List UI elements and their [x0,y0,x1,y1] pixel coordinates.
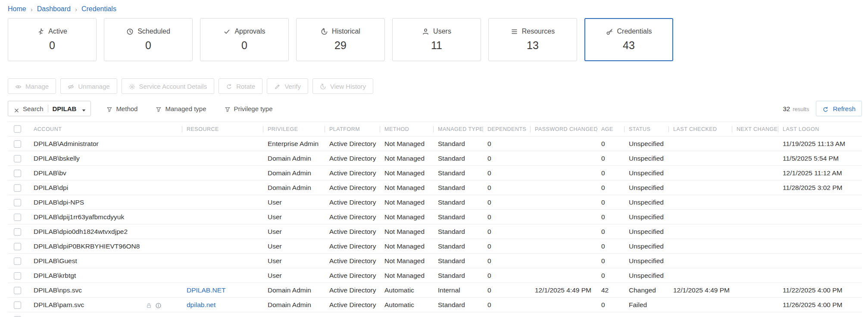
table-row[interactable]: DPILAB\dpi-NPSUserActive DirectoryNot Ma… [8,195,862,210]
column-header-dependents[interactable]: DEPENDENTS [487,122,535,137]
select-all-checkbox[interactable] [14,125,21,133]
info-icon[interactable] [155,301,162,308]
table-row[interactable]: DPILAB\nps.svcDPILAB.NETDomain AdminActi… [8,283,862,298]
eye-icon [15,82,22,90]
column-header-resource[interactable]: RESOURCE [187,122,268,137]
resource-link[interactable]: dpilab.net [187,301,215,308]
cell-last-logon [783,268,862,283]
credentials-table: ACCOUNTRESOURCEPRIVILEGEPLATFORMMETHODMA… [8,121,862,317]
filter-button-managed-type[interactable]: Managed type [153,104,209,112]
cell-managed-type: Standard [438,268,487,283]
table-row[interactable]: DPILAB\dpio0dh1824wtvxdjpe2UserActive Di… [8,224,862,239]
table-row[interactable]: DPILAB\GuestUserActive DirectoryNot Mana… [8,254,862,268]
table-row[interactable]: DPILAB\AdministratorEnterprise AdminActi… [8,137,862,151]
table-header-row: ACCOUNTRESOURCEPRIVILEGEPLATFORMMETHODMA… [8,122,862,137]
account-name: DPILAB\dpi [34,184,68,192]
breadcrumb-credentials[interactable]: Credentials [81,5,116,13]
account-name: DPILAB\nps.svc [34,286,82,294]
toolbar-button-label: Service Account Details [139,83,207,90]
cell-last-logon: 12/1/2025 11:12 AM [783,166,862,180]
row-checkbox[interactable] [14,155,21,162]
cell-status: Unspecified [629,166,673,180]
row-checkbox[interactable] [14,184,21,192]
row-checkbox[interactable] [14,272,21,280]
card-count: 11 [431,39,442,52]
column-header-password-changed[interactable]: PASSWORD CHANGED [535,122,601,137]
row-checkbox[interactable] [14,199,21,206]
account-name: DPILAB\bv [34,169,66,177]
cell-resource [187,210,268,224]
row-checkbox[interactable] [14,258,21,265]
filter-button-method[interactable]: Method [104,104,140,112]
row-checkbox[interactable] [14,243,21,250]
row-checkbox[interactable] [14,287,21,294]
filter-button-privilege-type[interactable]: Privilege type [222,104,275,112]
toolbar-button-unmanage[interactable]: Unmanage [60,78,117,94]
table-row[interactable]: DPILAB\krbtgtUserActive DirectoryNot Man… [8,268,862,283]
card-approvals[interactable]: Approvals0 [200,18,289,61]
row-checkbox[interactable] [14,140,21,148]
cell-next-change [737,195,783,210]
toolbar-button-manage[interactable]: Manage [8,78,56,94]
funnel-icon [106,105,112,112]
toolbar-button-rotate[interactable]: Rotate [219,78,262,94]
toolbar-button-service-account-details[interactable]: Service Account Details [122,78,215,94]
card-resources[interactable]: Resources13 [488,18,577,61]
chevron-down-icon [81,106,85,111]
close-icon[interactable] [13,106,19,111]
cell-resource [187,151,268,166]
cell-managed-type: Standard [438,210,487,224]
search-filter-chip[interactable]: Search DPILAB [8,101,91,116]
table-row[interactable]: DPILAB\bvDomain AdminActive DirectoryNot… [8,166,862,180]
account-name: DPILAB\dpi-NPS [34,199,84,206]
table-row[interactable]: DPILAB\dpiP0BKRBYHIEVT96ON8UserActive Di… [8,239,862,254]
breadcrumb-dashboard[interactable]: Dashboard [37,5,71,13]
rotate-icon [226,82,232,90]
cell-last-logon [783,254,862,268]
column-header-age[interactable]: AGE [601,122,629,137]
running-icon [37,28,44,35]
column-header-method[interactable]: METHOD [384,122,438,137]
filter-button-label: Managed type [165,105,206,112]
toolbar-button-verify[interactable]: Verify [267,78,308,94]
column-header-account[interactable]: ACCOUNT [34,122,187,137]
card-historical[interactable]: Historical29 [296,18,385,61]
refresh-button[interactable]: Refresh [816,101,862,116]
cell-status: Unspecified [629,195,673,210]
card-active[interactable]: Active0 [8,18,97,61]
table-row[interactable]: DPILAB\pam.svcdpilab.netDomain AdminActi… [8,298,862,312]
row-checkbox[interactable] [14,214,21,221]
cell-resource [187,239,268,254]
column-header-privilege[interactable]: PRIVILEGE [268,122,329,137]
cell-platform: Active Directory [329,137,384,151]
cell-resource [187,195,268,210]
lock-icon[interactable] [146,301,152,308]
results-number: 32 [783,105,790,112]
card-credentials[interactable]: Credentials43 [584,18,673,61]
breadcrumb-home[interactable]: Home [8,5,26,13]
column-header-managed-type[interactable]: MANAGED TYPE [438,122,487,137]
card-users[interactable]: Users11 [392,18,481,61]
row-checkbox-cell [8,166,34,180]
table-row[interactable]: DPILAB\dpij1rr63yafbmcdyyukUserActive Di… [8,210,862,224]
card-scheduled[interactable]: Scheduled0 [104,18,193,61]
card-count: 43 [623,39,635,52]
column-header-platform[interactable]: PLATFORM [329,122,384,137]
table-row[interactable]: DPILAB\dpiDomain AdminActive DirectoryNo… [8,180,862,195]
column-header-next-change[interactable]: NEXT CHANGE [737,122,783,137]
table-row[interactable]: DPILAB\tmUserActive DirectoryNot Managed… [8,312,862,317]
row-checkbox[interactable] [14,228,21,236]
row-checkbox[interactable] [14,301,21,309]
row-checkbox[interactable] [14,170,21,177]
resource-link[interactable]: DPILAB.NET [187,286,225,294]
column-header-last-logon[interactable]: LAST LOGON [783,122,862,137]
cell-dependents: 0 [487,254,535,268]
column-header-last-checked[interactable]: LAST CHECKED [673,122,737,137]
table-row[interactable]: DPILAB\bskellyDomain AdminActive Directo… [8,151,862,166]
toolbar-button-view-history[interactable]: View History [312,78,373,94]
card-label: Credentials [617,28,652,35]
cell-last-checked [673,312,737,317]
column-header-status[interactable]: STATUS [629,122,673,137]
cell-last-checked [673,180,737,195]
card-count: 29 [334,39,347,52]
